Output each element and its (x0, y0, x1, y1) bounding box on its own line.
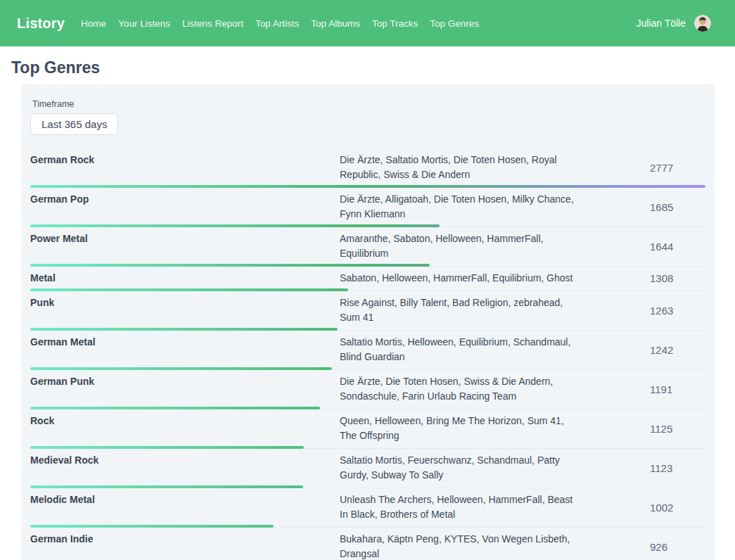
nav-item-your-listens[interactable]: Your Listens (118, 18, 170, 29)
genre-artists: Queen, Helloween, Bring Me The Horizon, … (340, 414, 579, 443)
genre-count: 1191 (650, 383, 705, 395)
table-row: German Metal Saltatio Mortis, Helloween,… (30, 331, 705, 370)
nav-item-top-artists[interactable]: Top Artists (255, 18, 299, 29)
genre-name: German Rock (30, 153, 340, 182)
nav-links: Home Your Listens Listens Report Top Art… (81, 18, 479, 29)
table-row: German Punk Die Ärzte, Die Toten Hosen, … (30, 370, 705, 409)
genre-count: 2777 (650, 162, 705, 174)
nav-item-top-tracks[interactable]: Top Tracks (372, 18, 418, 29)
timeframe-select[interactable]: Last 365 days (30, 113, 118, 135)
genre-count: 1242 (650, 344, 705, 356)
genre-name: Power Metal (30, 231, 340, 261)
genre-artists: Sabaton, Helloween, HammerFall, Equilibr… (340, 271, 579, 286)
genre-count: 1125 (650, 423, 705, 435)
nav-item-top-genres[interactable]: Top Genres (430, 18, 479, 29)
table-row: Power Metal Amaranthe, Sabaton, Hellowee… (30, 227, 705, 267)
table-row: Punk Rise Against, Billy Talent, Bad Rel… (30, 291, 705, 331)
table-row: Medieval Rock Saltatio Mortis, Feuerschw… (30, 449, 705, 488)
app-logo[interactable]: Listory (17, 15, 65, 32)
genre-artists: Die Ärzte, Alligatoah, Die Toten Hosen, … (340, 192, 579, 222)
user-avatar-image (694, 15, 711, 32)
nav-item-top-albums[interactable]: Top Albums (311, 18, 360, 29)
genre-name: Medieval Rock (30, 453, 340, 483)
table-row: Metal Sabaton, Helloween, HammerFall, Eq… (30, 267, 705, 291)
genre-name: Metal (30, 271, 340, 286)
genre-count: 1002 (650, 502, 705, 514)
genre-name: German Indie (30, 532, 340, 560)
genre-artists: Rise Against, Billy Talent, Bad Religion… (340, 295, 579, 325)
table-row: Rock Queen, Helloween, Bring Me The Hori… (30, 409, 705, 449)
nav-item-home[interactable]: Home (81, 18, 106, 29)
genre-name: German Pop (30, 192, 340, 222)
timeframe-label: Timeframe (32, 99, 705, 109)
genre-name: Punk (30, 295, 340, 325)
genre-table: German Rock Die Ärzte, Saltatio Mortis, … (30, 148, 705, 560)
genre-name: Rock (30, 414, 340, 443)
top-navbar: Listory Home Your Listens Listens Report… (0, 0, 735, 46)
page-title: Top Genres (11, 58, 735, 77)
nav-item-listens-report[interactable]: Listens Report (182, 18, 243, 29)
genre-artists: Saltatio Mortis, Feuerschwanz, Schandmau… (340, 453, 579, 483)
genre-count: 1685 (650, 201, 705, 213)
genre-artists: Die Ärzte, Saltatio Mortis, Die Toten Ho… (340, 153, 579, 182)
table-row: German Indie Bukahara, Käptn Peng, KYTES… (30, 528, 705, 560)
genre-name: German Metal (30, 335, 340, 364)
genre-count: 1263 (650, 305, 705, 317)
user-name[interactable]: Julian Tölle (636, 18, 686, 29)
genre-artists: Saltatio Mortis, Helloween, Equilibrium,… (340, 335, 579, 364)
genre-name: Melodic Metal (30, 492, 340, 522)
genre-count: 926 (650, 541, 705, 553)
genre-artists: Amaranthe, Sabaton, Helloween, HammerFal… (340, 231, 579, 261)
table-row: Melodic Metal Unleash The Archers, Hello… (30, 488, 705, 528)
top-genres-card: Timeframe Last 365 days German Rock Die … (21, 84, 715, 560)
nav-user-area: Julian Tölle (636, 15, 711, 32)
table-row: German Pop Die Ärzte, Alligatoah, Die To… (30, 188, 705, 227)
genre-count: 1123 (650, 462, 705, 474)
genre-count: 1644 (650, 241, 705, 253)
genre-name: German Punk (30, 374, 340, 404)
timeframe-filter: Timeframe Last 365 days (30, 99, 705, 135)
genre-artists: Bukahara, Käptn Peng, KYTES, Von Wegen L… (340, 532, 579, 560)
table-row: German Rock Die Ärzte, Saltatio Mortis, … (30, 148, 705, 188)
genre-count: 1308 (650, 272, 705, 284)
genre-artists: Die Ärzte, Die Toten Hosen, Swiss & Die … (340, 374, 579, 404)
user-avatar[interactable] (694, 15, 711, 32)
genre-artists: Unleash The Archers, Helloween, HammerFa… (340, 492, 579, 522)
